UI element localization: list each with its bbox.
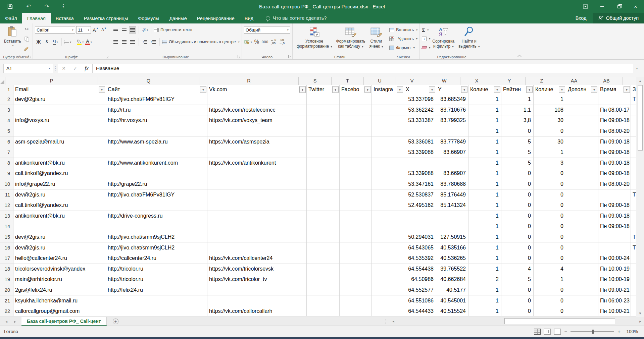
filter-dropdown-icon[interactable]: ▾ (526, 87, 533, 93)
cell[interactable]: 83.66907 (436, 147, 468, 158)
row-number[interactable]: 10 (0, 179, 13, 190)
format-cells-button[interactable]: Формат▾ (389, 44, 417, 52)
cell[interactable] (340, 295, 372, 306)
cell[interactable]: 0 (534, 168, 566, 179)
cell[interactable] (307, 126, 340, 137)
close-button[interactable]: × (627, 0, 644, 13)
cell[interactable] (566, 179, 598, 190)
cell[interactable]: 64.535392 (404, 253, 436, 264)
insert-function-icon[interactable]: fx (81, 65, 92, 71)
font-dialog-launcher-icon[interactable] (106, 55, 109, 58)
column-letter-AB[interactable]: AB (590, 77, 623, 85)
decrease-indent-icon[interactable]: ◂ (141, 38, 149, 46)
format-as-table-button[interactable]: Форматировать как таблицу ▾ (334, 25, 367, 50)
cell[interactable]: https://vk.com/voxys_team (207, 115, 307, 126)
cell[interactable]: 2gis@felix24.ru (13, 285, 106, 296)
number-format-select[interactable]: Общий▾ (244, 26, 290, 34)
cell[interactable] (566, 189, 598, 200)
cell[interactable]: 5 (501, 274, 534, 285)
row-number[interactable]: 17 (0, 253, 13, 264)
cell[interactable]: Пн 08:00-20 (598, 126, 631, 137)
cell[interactable] (13, 105, 106, 116)
tab-view[interactable]: Вид (240, 13, 258, 23)
horizontal-scrollbar[interactable] (397, 317, 637, 326)
cell[interactable]: http://tricolor.ru (106, 264, 207, 275)
cell[interactable] (13, 147, 106, 158)
align-center-icon[interactable] (120, 38, 128, 46)
cell[interactable] (106, 295, 207, 306)
cell[interactable]: Пн 09:00-18 (598, 200, 631, 211)
scroll-left-icon[interactable]: ◂ (390, 319, 397, 324)
cut-icon[interactable]: ✂ (23, 25, 31, 33)
cell[interactable] (372, 221, 404, 232)
cell[interactable] (598, 232, 631, 243)
cell[interactable]: 0 (501, 253, 534, 264)
cell[interactable]: 1 (468, 264, 501, 275)
cell[interactable] (207, 242, 307, 253)
cell[interactable]: 1 (534, 94, 566, 105)
cell[interactable]: Пн 10:00-21 (598, 306, 631, 317)
header-cell[interactable]: Vk.com▾ (207, 85, 307, 94)
cell[interactable] (372, 200, 404, 211)
cell[interactable] (307, 94, 340, 105)
name-box[interactable]: A1 ▾ (3, 64, 53, 73)
scroll-right-icon[interactable]: ▸ (637, 319, 644, 324)
cell[interactable]: http://jivo.chat/FM6Pv81IGY (106, 94, 207, 105)
cell[interactable] (340, 274, 372, 285)
cell[interactable]: 0 (534, 295, 566, 306)
cell[interactable]: 30 (534, 115, 566, 126)
cell[interactable] (566, 285, 598, 296)
cell[interactable] (106, 200, 207, 211)
cell[interactable]: 1 (468, 94, 501, 105)
cell[interactable]: 1 (468, 168, 501, 179)
cell[interactable] (404, 158, 436, 169)
cell[interactable] (566, 115, 598, 126)
cell[interactable] (307, 221, 340, 232)
cell[interactable] (307, 232, 340, 243)
cell[interactable]: 0 (501, 221, 534, 232)
grow-font-icon[interactable]: А▲ (92, 26, 99, 34)
column-letter-T[interactable]: T (332, 77, 364, 85)
cell[interactable]: 0 (534, 221, 566, 232)
page-layout-view-icon[interactable] (544, 329, 551, 335)
cell[interactable] (372, 306, 404, 317)
cell[interactable] (340, 232, 372, 243)
row-number[interactable]: 3 (0, 105, 13, 116)
cell[interactable]: 83.66907 (436, 168, 468, 179)
cell[interactable]: 53.339088 (404, 147, 436, 158)
find-select-button[interactable]: Найти и выделить ▾ (456, 25, 482, 50)
tab-insert[interactable]: Вставка (51, 13, 79, 23)
row-number[interactable]: 21 (0, 295, 13, 306)
cell[interactable]: main@arhtricolor.ru (13, 274, 106, 285)
cell[interactable]: antikonkurent@bk.ru (13, 211, 106, 222)
align-top-icon[interactable] (112, 26, 119, 34)
filter-dropdown-icon[interactable]: ▾ (397, 87, 403, 93)
cell[interactable]: ksyukha.ilchenka@mail.ru (13, 295, 106, 306)
next-sheet-icon[interactable]: ▸ (14, 319, 16, 324)
filter-dropdown-icon[interactable]: ▾ (299, 87, 306, 93)
select-all-corner[interactable] (0, 77, 5, 85)
cell[interactable]: 64.50986 (404, 274, 436, 285)
tab-splitter[interactable] (386, 319, 386, 324)
ribbon-display-options-icon[interactable] (577, 0, 594, 13)
undo-icon[interactable]: ↶ (26, 4, 31, 9)
cell[interactable] (404, 126, 436, 137)
align-middle-icon[interactable] (120, 26, 128, 34)
cell[interactable]: 1 (468, 285, 501, 296)
font-size-select[interactable]: 11▾ (76, 26, 91, 34)
cell[interactable]: 0 (534, 211, 566, 222)
cell[interactable] (340, 253, 372, 264)
cell[interactable]: 5 (501, 147, 534, 158)
cell[interactable] (372, 105, 404, 116)
cell[interactable]: 1 (468, 242, 501, 253)
cell[interactable]: 2 (468, 274, 501, 285)
cell[interactable] (372, 242, 404, 253)
cell[interactable]: 0 (501, 179, 534, 190)
tab-file[interactable]: Файл (0, 13, 22, 23)
cell[interactable] (340, 158, 372, 169)
cell[interactable] (566, 295, 598, 306)
cell[interactable] (307, 147, 340, 158)
cell[interactable]: 52.530837 (404, 189, 436, 200)
row-number[interactable]: 15 (0, 232, 13, 243)
cell[interactable]: hello@callcenter24.ru (13, 253, 106, 264)
